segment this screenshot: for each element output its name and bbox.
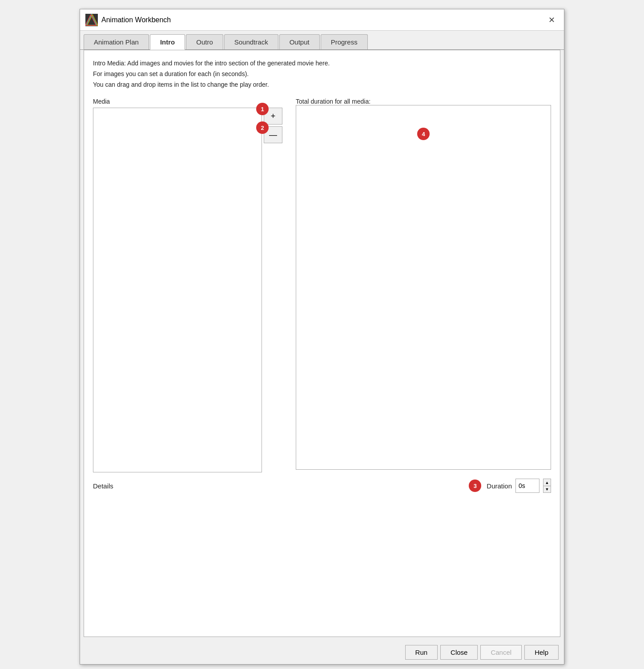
duration-spinner: ▲ ▼	[543, 479, 551, 493]
description-line3: You can drag and drop items in the list …	[93, 81, 269, 88]
add-icon: +	[271, 112, 276, 121]
duration-row: 3 Duration ▲ ▼	[469, 479, 551, 493]
window-title: Animation Workbench	[101, 16, 171, 24]
title-bar: Animation Workbench ✕	[80, 9, 564, 31]
remove-icon: —	[269, 130, 277, 140]
duration-label: Duration	[487, 482, 512, 490]
tab-intro[interactable]: Intro	[150, 34, 185, 50]
add-media-button[interactable]: 1 +	[264, 108, 282, 125]
description-line2: For images you can set a duration for ea…	[93, 70, 249, 77]
tab-output[interactable]: Output	[279, 34, 320, 49]
description-line1: Intro Media: Add images and movies for t…	[93, 60, 330, 67]
media-right-panel: Total duration for all media: 4	[296, 98, 551, 470]
details-label: Details	[93, 482, 113, 490]
description-text: Intro Media: Add images and movies for t…	[93, 58, 551, 90]
close-window-button[interactable]: ✕	[545, 14, 559, 26]
details-row: Details 3 Duration ▲ ▼	[93, 479, 551, 493]
tab-soundtrack[interactable]: Soundtrack	[224, 34, 278, 49]
content-area: Intro Media: Add images and movies for t…	[84, 50, 560, 637]
app-icon	[85, 14, 98, 26]
total-duration-label: Total duration for all media:	[296, 98, 370, 105]
tab-progress[interactable]: Progress	[321, 34, 368, 49]
title-bar-left: Animation Workbench	[85, 14, 171, 26]
duration-input[interactable]	[515, 479, 539, 493]
media-list-area: 1 + 2 —	[93, 108, 282, 472]
media-left-panel: Media 1 + 2 —	[93, 98, 282, 472]
media-label: Media	[93, 98, 282, 105]
media-section: Media 1 + 2 —	[93, 98, 551, 472]
badge-4: 4	[417, 128, 430, 140]
run-button[interactable]: Run	[405, 645, 438, 660]
close-button[interactable]: Close	[440, 645, 478, 660]
tab-outro[interactable]: Outro	[186, 34, 223, 49]
duration-increment-button[interactable]: ▲	[543, 479, 551, 486]
help-button[interactable]: Help	[524, 645, 559, 660]
tab-bar: Animation Plan Intro Outro Soundtrack Ou…	[80, 31, 564, 50]
media-listbox[interactable]	[93, 108, 262, 472]
tab-animation-plan[interactable]: Animation Plan	[84, 34, 149, 49]
media-buttons: 1 + 2 —	[264, 108, 282, 143]
total-duration-area: 4	[296, 105, 551, 470]
remove-media-button[interactable]: 2 —	[264, 126, 282, 143]
main-window: Animation Workbench ✕ Animation Plan Int…	[80, 9, 564, 665]
cancel-button[interactable]: Cancel	[480, 645, 522, 660]
badge-3: 3	[469, 480, 481, 492]
duration-decrement-button[interactable]: ▼	[543, 486, 551, 493]
footer-buttons: Run Close Cancel Help	[80, 641, 564, 664]
